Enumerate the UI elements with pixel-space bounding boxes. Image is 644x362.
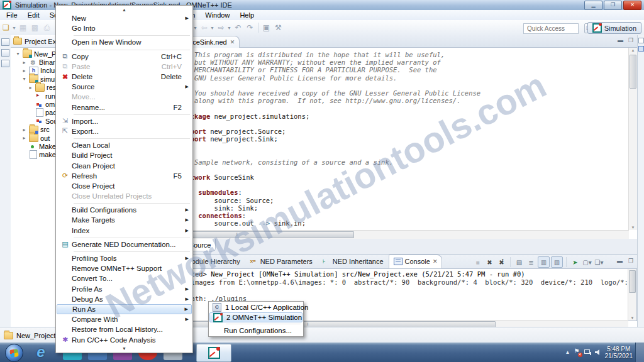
back-dropdown-icon[interactable]: ▼: [193, 26, 198, 30]
menu-item-restore-from-local-history[interactable]: Restore from Local History...: [57, 324, 192, 334]
restore-window-button[interactable]: ❐: [604, 1, 622, 10]
menu-item-refresh[interactable]: ⟳RefreshF5: [57, 171, 192, 181]
open-task-icon[interactable]: ▣: [260, 22, 272, 33]
menu-item-convert-to[interactable]: Convert To...: [57, 273, 192, 283]
menu-item-source[interactable]: Source▶: [57, 82, 192, 92]
ned-source-editor[interactable]: // This program is distributed in the ho…: [119, 48, 637, 230]
word-wrap-icon[interactable]: ▥: [538, 256, 550, 268]
volume-icon[interactable]: [595, 349, 601, 355]
editor-horizontal-scrollbar[interactable]: ⦀: [119, 230, 629, 239]
view-tab-ned-parameters[interactable]: x=NED Parameters: [245, 255, 318, 268]
tree-expander-icon[interactable]: ▾: [21, 76, 27, 82]
editor-tab-close-icon[interactable]: ✕: [230, 39, 235, 45]
menu-item-remove-omnet-support[interactable]: Remove OMNeT++ Support: [57, 263, 192, 273]
action-center-icon[interactable]: [574, 349, 580, 356]
start-button[interactable]: [5, 344, 23, 362]
tray-expand-icon[interactable]: ▲: [565, 349, 570, 355]
scroll-lock-icon[interactable]: ≣: [526, 257, 536, 267]
menu-item-move[interactable]: Move...: [57, 92, 192, 102]
menubar-item-edit[interactable]: Edit: [23, 11, 45, 19]
quick-access-input[interactable]: [523, 23, 579, 34]
menubar-item-help[interactable]: Help: [235, 11, 259, 19]
restore-views-icon[interactable]: [1, 38, 9, 46]
clear-console-icon[interactable]: ▤: [514, 257, 525, 267]
forward-icon[interactable]: ⇨: [215, 22, 227, 33]
tree-expander-icon[interactable]: ▸: [21, 127, 27, 133]
close-window-button[interactable]: ✕: [623, 1, 641, 10]
menu-item-profile-as[interactable]: Profile As▶: [57, 284, 192, 294]
menu-item-open-in-new-window[interactable]: Open in New Window: [57, 37, 192, 47]
menu-item-paste[interactable]: ⧉PasteCtrl+V: [57, 62, 192, 72]
external-tools-icon[interactable]: ⚒: [272, 22, 284, 33]
terminate-icon[interactable]: ■: [472, 257, 483, 267]
submenu-item-1-local-c-c-application[interactable]: C1 Local C/C++ Application: [209, 302, 303, 312]
menu-item-compare-with[interactable]: Compare With▶: [57, 314, 192, 324]
open-console-icon[interactable]: ❏▾: [594, 257, 604, 267]
console-vertical-scrollbar[interactable]: ▼: [628, 269, 636, 321]
menu-scroll-up-icon[interactable]: ▲: [57, 6, 192, 13]
save-icon[interactable]: ▦: [17, 22, 29, 33]
menu-item-close-unrelated-projects[interactable]: Close Unrelated Projects: [57, 191, 192, 201]
tree-expander-icon[interactable]: ▾: [15, 51, 21, 57]
taskbar-clock[interactable]: 5:48 PM 21/5/2021: [605, 346, 633, 359]
console-minimize-icon[interactable]: ▬: [617, 258, 623, 264]
menu-item-profiling-tools[interactable]: Profiling Tools▶: [57, 253, 192, 263]
menu-item-new[interactable]: New▶: [57, 13, 192, 23]
menu-item-build-project[interactable]: Build Project: [57, 150, 192, 160]
tree-expander-icon[interactable]: ▸: [21, 60, 27, 65]
menu-scroll-down-icon[interactable]: ▼: [57, 345, 192, 352]
right-trim-icon[interactable]: [638, 38, 644, 43]
console-tab-close-icon[interactable]: ✕: [433, 258, 438, 265]
scroll-down-icon[interactable]: ▼: [629, 226, 637, 229]
menu-item-go-into[interactable]: Go Into: [57, 23, 192, 33]
menu-item-debug-as[interactable]: Debug As▶: [57, 294, 192, 304]
pin-console-icon[interactable]: ➤: [570, 257, 580, 267]
remove-all-launches-icon[interactable]: ✖̽: [496, 257, 507, 267]
display-console-icon[interactable]: ▢▾: [582, 257, 592, 267]
menu-item-build-configurations[interactable]: Build Configurations▶: [57, 205, 192, 215]
view-tab-console[interactable]: Console✕: [389, 255, 443, 268]
submenu-item-2-omnet-simulation[interactable]: 2 OMNeT++ Simulation: [209, 312, 303, 322]
editor-vertical-scrollbar[interactable]: ▲ ▼: [628, 48, 637, 230]
right-trim2-icon[interactable]: [638, 46, 644, 52]
tree-expander-icon[interactable]: ▸: [28, 85, 33, 90]
tree-expander-icon[interactable]: ▸: [21, 68, 27, 74]
menu-item-clean-local[interactable]: Clean Local: [57, 140, 192, 150]
console-view[interactable]: ▶ ▶ <terminated> New_Project [OMNeT++ Si…: [119, 268, 637, 321]
minimized-view2-icon[interactable]: [1, 60, 9, 67]
menu-item-import[interactable]: ⇲Import...: [57, 116, 192, 126]
editor-minimize-icon[interactable]: ▬: [618, 37, 623, 43]
new-icon[interactable]: ❏: [0, 22, 12, 33]
simulation-perspective-button[interactable]: Simulation: [587, 22, 641, 34]
menu-item-copy[interactable]: ⧉CopyCtrl+C: [57, 52, 192, 62]
print-icon[interactable]: ⎙: [41, 22, 53, 33]
back-icon[interactable]: ⇦: [198, 22, 210, 33]
console-maximize-icon[interactable]: ❐: [628, 258, 633, 264]
submenu-item-run-configurations[interactable]: Run Configurations...: [209, 326, 303, 336]
menu-item-export[interactable]: ⇱Export...: [57, 126, 192, 136]
menu-item-make-targets[interactable]: Make Targets▶: [57, 215, 192, 225]
remove-launch-icon[interactable]: ✖: [484, 257, 495, 267]
menu-item-index[interactable]: Index▶: [57, 226, 192, 236]
menu-item-generate-ned-documentation[interactable]: ▤Generate NED Documentation...: [57, 239, 192, 250]
back2-dropdown-icon[interactable]: ▼: [210, 26, 215, 30]
minimize-window-button[interactable]: ▁: [584, 1, 602, 10]
menu-item-clean-project[interactable]: Clean Project: [57, 160, 192, 170]
menubar-item-file[interactable]: File: [1, 11, 23, 19]
scroll-up-icon[interactable]: ▲: [629, 48, 637, 52]
forward-dropdown-icon[interactable]: ▼: [227, 26, 232, 30]
menu-item-run-c-c-code-analysis[interactable]: ✱Run C/C++ Code Analysis: [57, 334, 192, 344]
tree-expander-icon[interactable]: ▸: [21, 135, 27, 141]
view-tab-ned-inheritance[interactable]: ⊦NED Inheritance: [318, 255, 389, 268]
redo-icon[interactable]: ↷: [244, 22, 256, 33]
menu-item-close-project[interactable]: Close Project: [57, 181, 192, 191]
network-icon[interactable]: [584, 349, 591, 355]
editor-maximize-icon[interactable]: ❐: [628, 37, 633, 43]
console-scroll-down-icon[interactable]: ▼: [628, 316, 636, 320]
console-vscroll-thumb[interactable]: [629, 270, 636, 293]
menubar-item-window[interactable]: Window: [200, 11, 235, 19]
internet-explorer-icon[interactable]: e: [31, 343, 50, 361]
menu-item-delete[interactable]: ✖DeleteDelete: [57, 72, 192, 82]
menu-item-rename[interactable]: Rename...F2: [57, 102, 192, 112]
minimized-view-icon[interactable]: [1, 49, 9, 57]
